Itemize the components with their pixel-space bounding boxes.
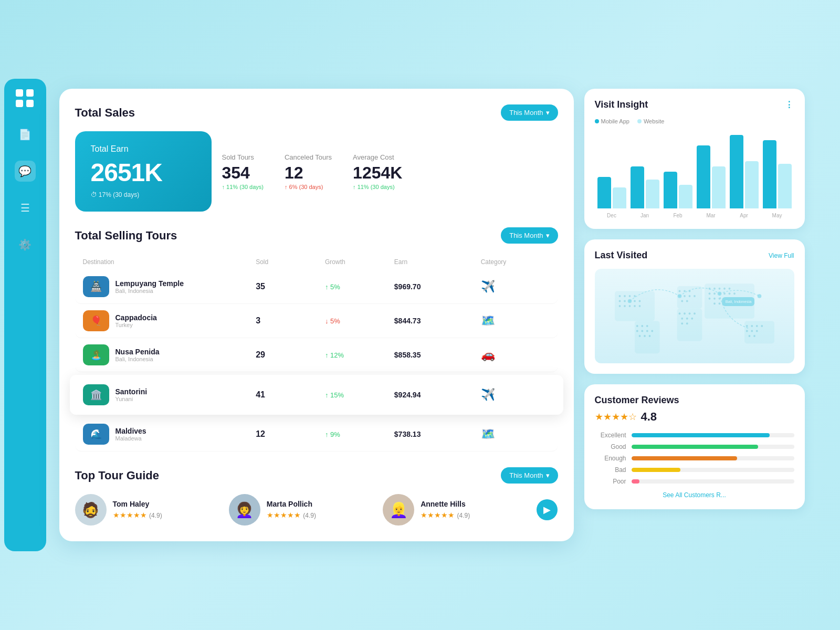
stat-value: 1254K (353, 163, 402, 183)
earn-value: $969.70 (394, 282, 481, 291)
svg-point-24 (684, 295, 686, 297)
stat-label: Canceled Tours (285, 153, 332, 161)
website-bar (646, 180, 659, 208)
review-rating-row: ★★★★☆ 4.8 (595, 410, 794, 424)
earn-stats-row: Total Earn 2651K ⏱ 17% (30 days) Sold To… (75, 131, 558, 212)
svg-point-18 (634, 305, 636, 307)
view-full-link[interactable]: View Full (769, 252, 794, 259)
sidebar-item-dashboard[interactable]: 📄 (15, 124, 36, 145)
svg-point-30 (713, 288, 716, 290)
svg-point-72 (751, 330, 753, 332)
earn-card: Total Earn 2651K ⏱ 17% (30 days) (75, 131, 212, 212)
bar-group (664, 172, 692, 208)
table-row[interactable]: 🏝️ Nusa Penida Bali, Indonesia 29 ↑ 12% … (75, 338, 558, 372)
table-row[interactable]: 🌊 Maldives Maladewa 12 ↑ 9% $738.13 🗺️ (75, 417, 558, 452)
review-bar-row: Good (595, 443, 794, 450)
guide-item: 👩‍🦱 Marta Pollich ★★★★★ (4.9) (229, 494, 367, 526)
sold-value: 12 (256, 429, 325, 439)
svg-point-71 (746, 330, 748, 332)
review-bar-label: Good (595, 443, 626, 450)
svg-point-77 (677, 294, 681, 298)
review-bar-bg (632, 445, 794, 449)
review-bar-label: Enough (595, 455, 626, 462)
table-header: DestinationSoldGrowthEarnCategory (75, 254, 558, 270)
total-sales-filter-btn[interactable]: This Month ▾ (501, 104, 558, 121)
chart-label: May (763, 213, 792, 218)
guide-stars: ★★★★★ (421, 511, 455, 519)
table-row[interactable]: 🏯 Lempuyang Temple Bali, Indonesia 35 ↑ … (75, 270, 558, 304)
svg-point-38 (728, 292, 730, 295)
review-bar-label: Excellent (595, 432, 626, 439)
destination-sub: Yunani (116, 396, 148, 402)
chevron-down-icon: ▾ (546, 471, 550, 479)
svg-point-39 (733, 292, 736, 295)
selling-tours-header: Total Selling Tours This Month ▾ (75, 227, 558, 244)
category-icon: ✈️ (481, 280, 550, 293)
category-icon: 🚗 (481, 348, 550, 362)
see-all-reviews-link[interactable]: See All Customers R... (595, 491, 794, 499)
customer-reviews-card: Customer Reviews ★★★★☆ 4.8 Excellent Goo… (584, 384, 805, 509)
growth-value: ↓ 5% (325, 317, 394, 325)
review-bar-bg (632, 479, 794, 484)
category-icon: ✈️ (481, 388, 550, 402)
growth-value: ↑ 5% (325, 283, 394, 291)
svg-point-32 (723, 288, 726, 290)
column-header: Sold (256, 258, 325, 266)
svg-point-17 (628, 305, 631, 307)
svg-point-7 (624, 295, 626, 297)
svg-point-60 (688, 312, 690, 314)
svg-point-15 (618, 305, 621, 307)
sidebar-item-chat[interactable]: 💬 (15, 161, 36, 182)
svg-text:Bali, Indonesia: Bali, Indonesia (725, 299, 752, 304)
svg-point-10 (618, 300, 621, 302)
right-panel: Visit Insight ⋮ Mobile App Website DecJa… (584, 89, 805, 541)
column-header: Destination (83, 258, 256, 266)
review-bar-fill (632, 445, 759, 449)
review-bar-fill (632, 456, 738, 460)
stat-item-0: Sold Tours 354 ↑ 11% (30 days) (222, 153, 264, 190)
destination-cell: 🏯 Lempuyang Temple Bali, Indonesia (83, 276, 256, 297)
selling-tours-section: Total Selling Tours This Month ▾ Destina… (75, 227, 558, 452)
guide-filter-btn[interactable]: This Month ▾ (501, 467, 558, 484)
stat-growth: ↑ 6% (30 days) (285, 184, 332, 190)
svg-point-11 (624, 300, 626, 302)
website-bar (778, 164, 792, 208)
review-score: 4.8 (641, 410, 657, 424)
mobile-bar (597, 177, 611, 208)
guide-rating: (4.9) (303, 512, 316, 519)
destination-name: Nusa Penida (116, 348, 160, 356)
svg-point-31 (718, 288, 720, 290)
guide-header: Top Tour Guide This Month ▾ (75, 467, 558, 484)
website-bar (613, 187, 626, 208)
tours-table-body: 🏯 Lempuyang Temple Bali, Indonesia 35 ↑ … (75, 270, 558, 452)
chevron-down-icon: ▾ (546, 109, 550, 117)
svg-point-26 (694, 295, 696, 297)
selling-tours-filter-btn[interactable]: This Month ▾ (501, 227, 558, 244)
svg-point-53 (646, 330, 648, 332)
total-sales-header: Total Sales This Month ▾ (75, 104, 558, 121)
tour-guide-section: Top Tour Guide This Month ▾ 🧔 Tom Haley … (75, 467, 558, 526)
review-bar-bg (632, 456, 794, 460)
svg-point-64 (691, 318, 693, 320)
svg-point-34 (708, 292, 710, 295)
table-row[interactable]: 🎈 Cappadocia Turkey 3 ↓ 5% $844.73 🗺️ (75, 304, 558, 338)
destination-cell: 🏛️ Santorini Yunani (83, 384, 256, 405)
chart-labels: DecJanFebMarAprMay (595, 213, 794, 218)
svg-point-58 (678, 312, 680, 314)
sidebar-item-settings[interactable]: ⚙️ (15, 234, 36, 255)
destination-thumb: 🎈 (83, 310, 109, 331)
mobile-bar (730, 135, 743, 208)
stat-item-1: Canceled Tours 12 ↑ 6% (30 days) (285, 153, 332, 190)
svg-point-78 (717, 291, 721, 296)
svg-point-73 (755, 330, 758, 332)
table-row[interactable]: 🏛️ Santorini Yunani 41 ↑ 15% $924.94 ✈️ (70, 375, 563, 415)
sold-value: 41 (256, 390, 325, 400)
guide-next-button[interactable]: ▶ (537, 499, 558, 520)
svg-point-62 (681, 318, 683, 320)
sidebar-item-list[interactable]: ☰ (15, 197, 36, 218)
more-options-icon[interactable]: ⋮ (785, 100, 794, 110)
earn-growth: ⏱ 17% (30 days) (91, 191, 196, 198)
svg-point-74 (748, 335, 750, 337)
sold-value: 29 (256, 350, 325, 360)
stat-growth: ↑ 11% (30 days) (353, 184, 402, 190)
